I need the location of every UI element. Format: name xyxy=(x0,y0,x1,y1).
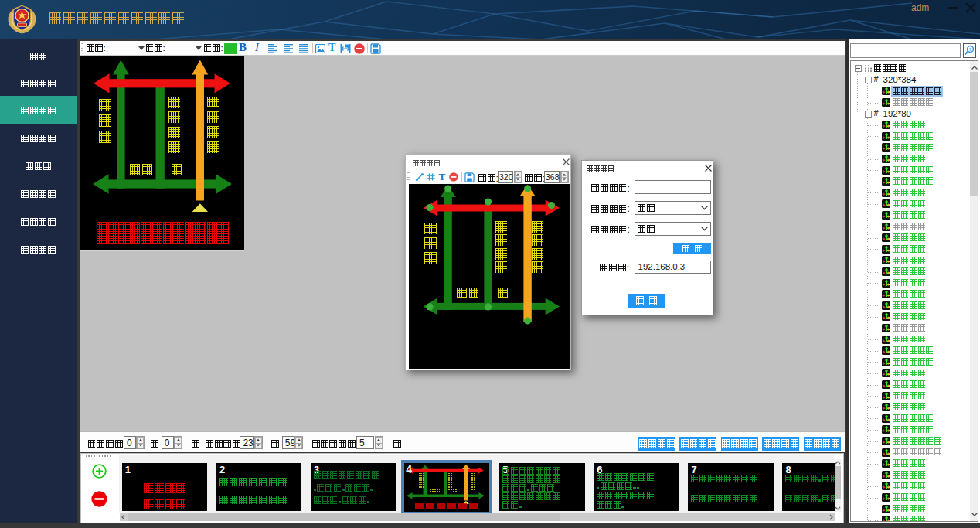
svg-text:3: 3 xyxy=(969,47,972,52)
